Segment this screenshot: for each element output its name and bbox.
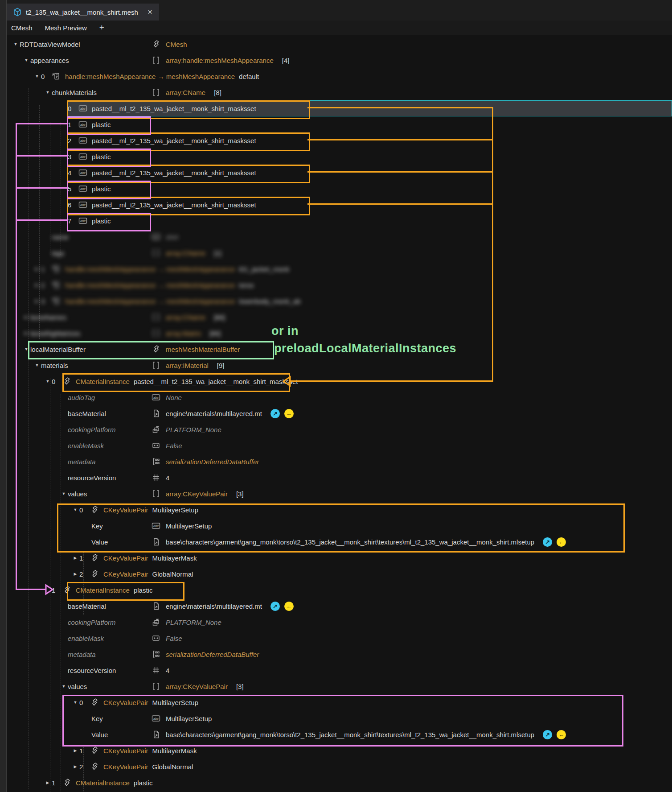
row-chunk-2[interactable]: 2abcpasted__ml_t2_135_wa_jacket__monk_sh… [7, 132, 672, 148]
expander-closed-icon[interactable]: ▶ [71, 572, 79, 576]
row-value: array:CName[8] [152, 84, 225, 100]
row-chunk-7[interactable]: 7abcplastic [7, 213, 672, 229]
row-appearances[interactable]: ▼appearancesarray:handle:meshMeshAppeara… [7, 52, 672, 68]
class-icon [62, 586, 72, 594]
row-value: engine\materials\multilayered.mt↗← [152, 405, 294, 421]
back-reference-icon[interactable]: ← [284, 409, 294, 418]
row-audiotag[interactable]: audioTagabcNone [7, 389, 672, 405]
abc-icon: abc [78, 104, 88, 113]
row-value: array:CKeyValuePair[3] [152, 486, 248, 502]
open-resource-icon[interactable]: ↗ [543, 730, 552, 739]
open-resource-icon[interactable]: ↗ [270, 602, 280, 611]
row-enablemask-1[interactable]: enableMaskFalse [7, 630, 672, 646]
row-chunk-1[interactable]: 1abcplastic [7, 116, 672, 132]
add-tab-icon[interactable]: + [99, 23, 104, 33]
row-kvp-1-1[interactable]: ▶1CKeyValuePairMultilayerMask [7, 742, 672, 759]
expander-closed-icon[interactable]: ▶ [44, 780, 52, 785]
expander-open-icon[interactable]: ▼ [22, 347, 30, 351]
row-blurred-tags[interactable]: tagsarray:CName[1] [7, 245, 672, 261]
row-cookingplatform-1[interactable]: cookingPlatformPLATFORM_None [7, 614, 672, 630]
docarrow-icon [152, 730, 161, 739]
expander-open-icon[interactable]: ▼ [60, 491, 68, 496]
open-resource-icon[interactable]: ↗ [543, 537, 552, 547]
expander-open-icon[interactable]: ▼ [22, 58, 30, 62]
row-values-1[interactable]: ▼valuesarray:CKeyValuePair[3] [7, 678, 672, 694]
row-chunk-4[interactable]: 4abcpasted__ml_t2_135_wa_jacket__monk_sh… [7, 165, 672, 181]
svg-text:abc: abc [80, 123, 86, 127]
row-kvp-1-0[interactable]: ▼0CKeyValuePairMultilayerSetup [7, 694, 672, 710]
tab-close-icon[interactable]: ✕ [148, 8, 153, 16]
row-values-0[interactable]: ▼valuesarray:CKeyValuePair[3] [7, 486, 672, 502]
row-basematerial-0[interactable]: baseMaterialengine\materials\multilayere… [7, 405, 672, 421]
expander-closed-icon[interactable]: ▶ [71, 764, 79, 769]
row-chunkmaterials[interactable]: ▼chunkMaterialsarray:CName[8] [7, 84, 672, 100]
row-kvp-1-2[interactable]: ▶2CKeyValuePairGlobalNormal [7, 759, 672, 775]
row-cookingplatform-0[interactable]: cookingPlatformPLATFORM_None [7, 421, 672, 437]
row-chunk-0[interactable]: 0abcpasted__ml_t2_135_wa_jacket__monk_sh… [7, 100, 672, 116]
row-chunk-6[interactable]: 6abcpasted__ml_t2_135_wa_jacket__monk_sh… [7, 197, 672, 213]
open-resource-icon[interactable]: ↗ [270, 409, 280, 418]
row-chunk-5[interactable]: 5abcplastic [7, 181, 672, 197]
expander-open-icon[interactable]: ▼ [12, 42, 20, 46]
row-label: plastic [92, 217, 111, 225]
row-blurred-name[interactable]: nameabcshirt [7, 229, 672, 245]
class-icon [90, 762, 100, 771]
expander-open-icon[interactable]: ▼ [60, 684, 68, 689]
abc-icon: abc [78, 168, 88, 177]
expander-open-icon[interactable]: ▼ [71, 507, 79, 512]
row-key-1[interactable]: KeyabcMultilayerSetup [7, 710, 672, 726]
row-label: resourceVersion [68, 667, 116, 674]
row-localmaterialbuffer[interactable]: ▼localMaterialBuffermeshMeshMaterialBuff… [7, 341, 672, 357]
expander-closed-icon[interactable]: ▶ [22, 331, 30, 335]
value-text: False [166, 442, 182, 450]
back-reference-icon[interactable]: ← [284, 602, 294, 611]
expander-open-icon[interactable]: ▼ [71, 700, 79, 705]
row-blurred-appearance-3[interactable]: ▶3handle:meshMeshAppearance → meshMeshAp… [7, 293, 672, 309]
tab-mesh-preview[interactable]: Mesh Preview [45, 24, 87, 32]
row-label: CKeyValuePair [103, 747, 148, 755]
document-tab[interactable]: t2_135_wa_jacket__monk_shirt.mesh ✕ [7, 4, 159, 21]
row-basematerial-1[interactable]: baseMaterialengine\materials\multilayere… [7, 598, 672, 614]
row-material-1[interactable]: 1CMaterialInstanceplastic [7, 582, 672, 598]
row-label: pasted__ml_t2_135_wa_jacket__monk_shirt_… [134, 378, 298, 385]
expander-closed-icon[interactable]: ▶ [33, 299, 41, 303]
expander-closed-icon[interactable]: ▶ [71, 556, 79, 560]
row-appearance-0[interactable]: ▼0handle:meshMeshAppearance → meshMeshAp… [7, 68, 672, 84]
array-index: 1 [79, 747, 85, 755]
row-kvp-0-0[interactable]: ▼0CKeyValuePairMultilayerSetup [7, 502, 672, 518]
row-value-1[interactable]: Valuebase\characters\garment\gang_monk\t… [7, 726, 672, 742]
row-label: materials [41, 362, 68, 369]
row-resourceversion-0[interactable]: resourceVersion4 [7, 470, 672, 486]
row-rdt-root[interactable]: ▼RDTDataViewModelCMesh [7, 36, 672, 52]
row-chunk-3[interactable]: 3abcplastic [7, 148, 672, 165]
row-label: plastic [92, 121, 111, 128]
back-reference-icon[interactable]: ← [557, 537, 566, 547]
row-metadata-1[interactable]: metadataserializationDeferredDataBuffer [7, 646, 672, 662]
row-blurred-bonenames[interactable]: ▶boneNamesarray:CName[86] [7, 309, 672, 325]
value-text: MultilayerSetup [166, 522, 212, 530]
expander-open-icon[interactable]: ▼ [33, 74, 41, 78]
row-material-1-collapsed[interactable]: ▶1CMaterialInstanceplastic [7, 775, 672, 791]
abc-icon: abc [152, 714, 161, 723]
row-material-0[interactable]: ▼0CMaterialInstancepasted__ml_t2_135_wa_… [7, 373, 672, 389]
expander-open-icon[interactable]: ▼ [44, 90, 52, 95]
tab-cmesh[interactable]: CMesh [11, 24, 33, 32]
row-blurred-appearance-2[interactable]: ▶2handle:meshMeshAppearance → meshMeshAp… [7, 277, 672, 293]
expander-closed-icon[interactable]: ▶ [71, 748, 79, 753]
expander-closed-icon[interactable]: ▶ [22, 315, 30, 319]
row-value-0[interactable]: Valuebase\characters\garment\gang_monk\t… [7, 534, 672, 550]
expander-open-icon[interactable]: ▼ [33, 363, 41, 367]
row-materials[interactable]: ▼materialsarray:IMaterial[9] [7, 357, 672, 373]
expander-open-icon[interactable]: ▼ [44, 379, 52, 384]
expander-closed-icon[interactable]: ▶ [33, 267, 41, 271]
row-enablemask-0[interactable]: enableMaskFalse [7, 437, 672, 454]
row-kvp-0-2[interactable]: ▶2CKeyValuePairGlobalNormal [7, 566, 672, 582]
back-reference-icon[interactable]: ← [557, 730, 566, 739]
row-metadata-0[interactable]: metadataserializationDeferredDataBuffer [7, 454, 672, 470]
row-blurred-appearance-1[interactable]: ▶1handle:meshMeshAppearance → meshMeshAp… [7, 261, 672, 277]
row-kvp-0-1[interactable]: ▶1CKeyValuePairMultilayerMask [7, 550, 672, 566]
row-resourceversion-1[interactable]: resourceVersion4 [7, 662, 672, 678]
expander-closed-icon[interactable]: ▶ [33, 283, 41, 287]
row-key-0[interactable]: KeyabcMultilayerSetup [7, 518, 672, 534]
row-blurred-bonerigmatrices[interactable]: ▶boneRigMatricesarray:Matrix[86] [7, 325, 672, 341]
